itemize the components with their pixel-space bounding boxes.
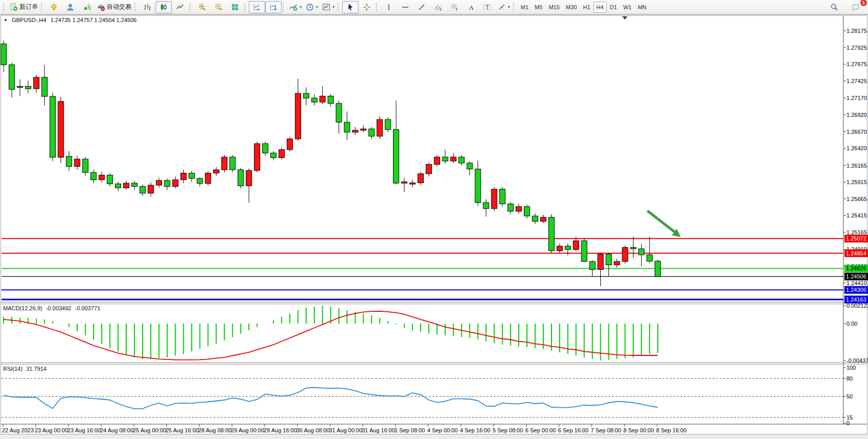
toolbar-group: EFAT▾: [375, 1, 512, 14]
svg-text:24 Aug 08:00: 24 Aug 08:00: [100, 427, 133, 433]
chart-shift-icon: [269, 3, 278, 11]
tab-timeframe-W1[interactable]: W1: [620, 2, 635, 13]
macd-pane-label: MACD(12,26,9) -0.003492 -0.003771: [3, 305, 101, 311]
tab-timeframe-D1[interactable]: D1: [607, 2, 620, 13]
svg-text:4 Sep 00:00: 4 Sep 00:00: [427, 427, 458, 433]
toolbar-group: [133, 1, 188, 14]
svg-text:1.24410: 1.24410: [846, 280, 867, 286]
svg-text:1.25415: 1.25415: [846, 212, 867, 218]
svg-text:1.28175: 1.28175: [846, 28, 867, 34]
group-grip: [134, 3, 137, 11]
text-button[interactable]: A: [463, 1, 479, 13]
mt4-terminal-window: 新订单自动交易▾▾▾EFAT▾M1M5M15M30H1H4D1W1MN 1 1.…: [0, 0, 868, 439]
rsi-pane-label: RSI(14) 31.7914: [3, 366, 47, 372]
trendline-button[interactable]: [413, 1, 430, 13]
zoom-out-button[interactable]: [210, 1, 227, 13]
indicators-button[interactable]: ▾: [287, 1, 304, 13]
auto-scroll-button[interactable]: [249, 1, 265, 13]
profile-button[interactable]: [62, 1, 78, 13]
chat-icon: [852, 3, 860, 11]
svg-text:80: 80: [846, 375, 853, 382]
new-order-button[interactable]: 新订单: [8, 1, 40, 13]
notifications-button[interactable]: 1: [847, 1, 864, 13]
channel-icon: E: [434, 3, 442, 11]
svg-text:1.27675: 1.27675: [846, 61, 867, 67]
metaeditor-button[interactable]: [46, 1, 62, 13]
svg-text:28 Aug 08:00: 28 Aug 08:00: [199, 427, 232, 433]
tab-timeframe-M1[interactable]: M1: [518, 2, 531, 13]
arrows-button[interactable]: ▾: [496, 1, 512, 13]
main-toolbar: 新订单自动交易▾▾▾EFAT▾M1M5M15M30H1H4D1W1MN: [0, 0, 868, 14]
channel-button[interactable]: E: [430, 1, 446, 13]
autotrading-button[interactable]: 自动交易: [95, 1, 133, 13]
crosshair-icon: [363, 3, 371, 11]
zoom-in-button[interactable]: [194, 1, 210, 13]
svg-text:1.26165: 1.26165: [846, 163, 867, 169]
candlestick-button[interactable]: [155, 1, 172, 13]
button-label: 自动交易: [107, 3, 131, 11]
timeframe-group: M1M5M15M30H1H4D1W1MN: [512, 1, 649, 14]
svg-text:0: 0: [846, 420, 850, 426]
rsi-indicator-name: RSI(14): [3, 366, 23, 372]
tab-timeframe-H4[interactable]: H4: [594, 2, 607, 13]
vertical-line-button[interactable]: [381, 1, 397, 13]
svg-text:1.27425: 1.27425: [846, 78, 867, 84]
symbol-dropdown-icon[interactable]: ▼: [4, 18, 8, 23]
cursor-button[interactable]: [342, 1, 359, 13]
tile-windows-button[interactable]: [227, 1, 243, 13]
svg-text:31 Aug 16:00: 31 Aug 16:00: [362, 427, 395, 433]
fibonacci-icon: F: [450, 3, 459, 11]
tab-timeframe-M15[interactable]: M15: [546, 2, 563, 13]
group-grip: [513, 3, 516, 11]
tile-windows-icon: [231, 3, 239, 11]
chevron-down-icon[interactable]: ▾: [316, 5, 318, 9]
tab-timeframe-MN[interactable]: MN: [635, 2, 649, 13]
chevron-down-icon[interactable]: ▾: [300, 5, 302, 9]
line-chart-icon: [176, 3, 184, 11]
trendline-icon: [418, 3, 426, 11]
label-button[interactable]: T: [479, 1, 496, 13]
svg-text:4 Sep 16:00: 4 Sep 16:00: [460, 427, 490, 433]
label-icon: T: [483, 3, 491, 11]
svg-text:6 Sep 00:00: 6 Sep 00:00: [525, 427, 556, 433]
autotrading-icon: [97, 3, 105, 11]
horizontal-line-button[interactable]: [397, 1, 413, 13]
svg-text:6 Sep 16:00: 6 Sep 16:00: [558, 427, 588, 433]
metaeditor-icon: [50, 3, 58, 11]
svg-text:1.24506: 1.24506: [846, 273, 866, 280]
toolbar-group: 自动交易: [40, 1, 133, 14]
svg-text:7 Sep 08:00: 7 Sep 08:00: [591, 427, 621, 433]
tab-timeframe-M5[interactable]: M5: [531, 2, 545, 13]
crosshair-button[interactable]: [359, 1, 375, 13]
signals-button[interactable]: [78, 1, 95, 13]
svg-text:8 Sep 00:00: 8 Sep 00:00: [623, 427, 654, 433]
periods-button[interactable]: ▾: [304, 1, 320, 13]
toolbar-group: ▾▾▾: [282, 1, 337, 14]
svg-text:1.24163: 1.24163: [846, 296, 866, 303]
line-chart-button[interactable]: [172, 1, 188, 13]
zoom-out-icon: [214, 3, 223, 11]
svg-text:0.00: 0.00: [846, 321, 857, 327]
search-button[interactable]: [826, 1, 842, 13]
tab-timeframe-H1[interactable]: H1: [580, 2, 593, 13]
chart-plot-area[interactable]: [1, 16, 843, 302]
svg-text:-0.004378: -0.004378: [846, 357, 868, 364]
fibonacci-button[interactable]: F: [446, 1, 463, 13]
signals-icon: [83, 3, 91, 11]
svg-text:23 Aug 00:00: 23 Aug 00:00: [35, 427, 68, 433]
chevron-down-icon[interactable]: ▾: [332, 5, 334, 9]
svg-text:1.26920: 1.26920: [846, 112, 867, 118]
templates-button[interactable]: ▾: [320, 1, 337, 13]
tab-timeframe-M30[interactable]: M30: [563, 2, 580, 13]
chevron-down-icon[interactable]: ▾: [508, 5, 510, 9]
toolbar-group: [337, 1, 375, 14]
bar-chart-button[interactable]: [139, 1, 155, 13]
group-grip: [244, 3, 247, 11]
bar-chart-icon: [143, 3, 151, 11]
svg-text:1 Sep 08:00: 1 Sep 08:00: [394, 427, 425, 433]
svg-text:A: A: [469, 4, 474, 11]
svg-text:29 Aug 00:00: 29 Aug 00:00: [231, 427, 264, 433]
svg-text:1.24306: 1.24306: [846, 287, 866, 293]
chart-shift-button[interactable]: [265, 1, 282, 13]
macd-value: -0.003492: [46, 305, 71, 311]
